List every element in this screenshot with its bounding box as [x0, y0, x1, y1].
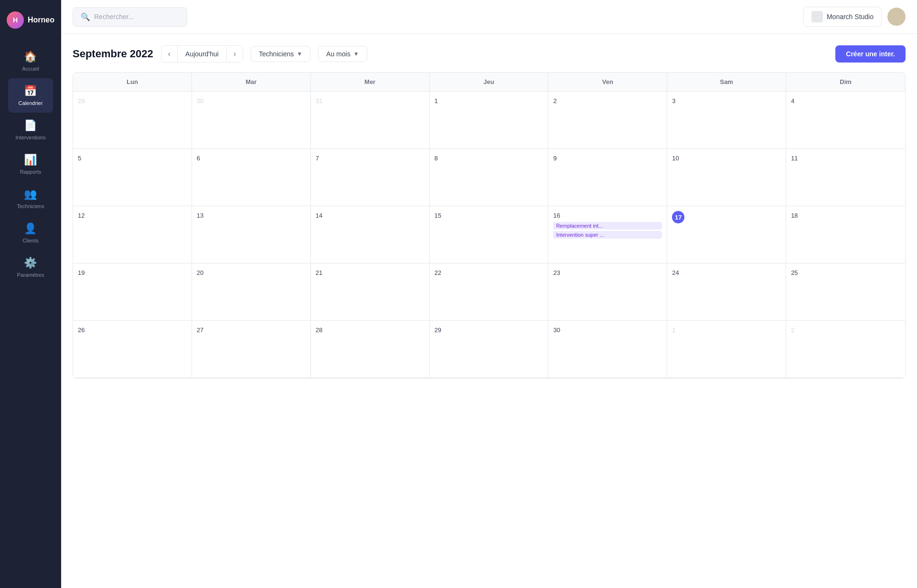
day-number: 10 [672, 155, 679, 162]
calendar-cell-w2d3[interactable]: 15 [430, 206, 549, 263]
prev-button[interactable]: ‹ [161, 46, 177, 62]
create-intervention-button[interactable]: Créer une inter. [835, 45, 906, 63]
calendar-cell-w1d0[interactable]: 5 [73, 149, 192, 206]
calendar-cell-w0d3[interactable]: 1 [430, 92, 549, 149]
rapports-label: Rapports [20, 169, 42, 175]
day-number: 2 [791, 326, 794, 334]
day-number: 20 [197, 269, 203, 276]
sidebar-item-interventions[interactable]: 📄 Interventions [8, 113, 53, 147]
interventions-label: Interventions [16, 135, 46, 140]
view-selector[interactable]: Au mois ▼ [318, 46, 367, 62]
sidebar-item-accueil[interactable]: 🏠 Accueil [8, 44, 53, 78]
calendar-cell-w3d1[interactable]: 20 [192, 263, 311, 321]
day-number: 11 [791, 155, 798, 162]
search-input[interactable]: Rechercher... [94, 13, 134, 21]
calendar-cell-w4d0[interactable]: 26 [73, 321, 192, 378]
day-number: 13 [197, 212, 203, 219]
accueil-icon: 🏠 [24, 51, 37, 63]
calendar-cell-w1d2[interactable]: 7 [311, 149, 430, 206]
calendar-cell-w1d3[interactable]: 8 [430, 149, 549, 206]
day-number: 29 [78, 97, 85, 105]
day-number: 18 [791, 212, 798, 219]
calendar-cell-w0d4[interactable]: 2 [548, 92, 667, 149]
clients-label: Clients [22, 238, 39, 243]
calendar-cell-w2d1[interactable]: 13 [192, 206, 311, 263]
day-number: 3 [672, 97, 675, 105]
calendar-cell-w1d1[interactable]: 6 [192, 149, 311, 206]
calendar-cell-w3d3[interactable]: 22 [430, 263, 549, 321]
sidebar-item-parametres[interactable]: ⚙️ Paramètres [8, 250, 53, 284]
calendar-cell-w4d5[interactable]: 1 [667, 321, 786, 378]
day-header-mer: Mer [311, 73, 430, 92]
calendar-cell-w0d0[interactable]: 29 [73, 92, 192, 149]
accueil-label: Accueil [22, 66, 39, 72]
calendar-cell-w3d0[interactable]: 19 [73, 263, 192, 321]
sidebar-item-rapports[interactable]: 📊 Rapports [8, 147, 53, 181]
day-number: 1 [435, 97, 438, 105]
day-number: 7 [316, 155, 319, 162]
calendar-cell-w3d5[interactable]: 24 [667, 263, 786, 321]
calendar-title: Septembre 2022 [73, 48, 153, 60]
day-number: 14 [316, 212, 322, 219]
calendar-cell-w1d5[interactable]: 10 [667, 149, 786, 206]
calendar-area: Septembre 2022 ‹ Aujourd'hui › Technicie… [61, 34, 917, 588]
sidebar-item-calendrier[interactable]: 📅 Calendrier [8, 78, 53, 113]
day-number: 25 [791, 269, 798, 276]
sidebar-item-clients[interactable]: 👤 Clients [8, 216, 53, 250]
calendar-body: 29303112345678910111213141516Remplacemen… [73, 92, 905, 378]
interventions-icon: 📄 [24, 119, 37, 132]
next-button[interactable]: › [227, 46, 243, 62]
day-header-sam: Sam [667, 73, 786, 92]
calendar-cell-w0d2[interactable]: 31 [311, 92, 430, 149]
calendar-cell-w2d4[interactable]: 16Remplacement int...Intervention super … [548, 206, 667, 263]
calendar-cell-w2d0[interactable]: 12 [73, 206, 192, 263]
techniciens-label: Techniciens [17, 203, 44, 209]
parametres-icon: ⚙️ [24, 257, 37, 269]
calendar-cell-w2d5[interactable]: 17 [667, 206, 786, 263]
calendar-cell-w2d2[interactable]: 14 [311, 206, 430, 263]
calendar-event[interactable]: Intervention super ... [553, 231, 662, 239]
calendar-event[interactable]: Remplacement int... [553, 222, 662, 230]
calendrier-label: Calendrier [19, 100, 43, 106]
day-number: 29 [435, 326, 441, 334]
calendar-cell-w3d4[interactable]: 23 [548, 263, 667, 321]
calendar-cell-w0d1[interactable]: 30 [192, 92, 311, 149]
calendar-cell-w3d2[interactable]: 21 [311, 263, 430, 321]
calendar-cell-w4d3[interactable]: 29 [430, 321, 549, 378]
calendar-cell-w2d6[interactable]: 18 [786, 206, 905, 263]
calendar-cell-w4d1[interactable]: 27 [192, 321, 311, 378]
calendar-cell-w3d6[interactable]: 25 [786, 263, 905, 321]
logo-text: Horneo [28, 16, 54, 24]
rapports-icon: 📊 [24, 154, 37, 166]
search-icon: 🔍 [81, 12, 90, 21]
workspace-icon [811, 11, 823, 22]
calendar-cell-w0d5[interactable]: 3 [667, 92, 786, 149]
logo[interactable]: H Horneo [1, 8, 60, 32]
view-label: Au mois [326, 50, 351, 58]
day-number: 1 [672, 326, 675, 334]
day-number: 6 [197, 155, 200, 162]
search-bar[interactable]: 🔍 Rechercher... [73, 7, 187, 27]
workspace-button[interactable]: Monarch Studio [803, 7, 882, 27]
calendar-cell-w4d6[interactable]: 2 [786, 321, 905, 378]
calendar-cell-w0d6[interactable]: 4 [786, 92, 905, 149]
calendar-header: Septembre 2022 ‹ Aujourd'hui › Technicie… [73, 45, 906, 63]
day-number: 30 [197, 97, 203, 105]
calendar-cell-w1d4[interactable]: 9 [548, 149, 667, 206]
technicians-label: Techniciens [259, 50, 294, 58]
sidebar-item-techniciens[interactable]: 👥 Techniciens [8, 181, 53, 216]
day-number: 15 [435, 212, 441, 219]
clients-icon: 👤 [24, 222, 37, 235]
header: 🔍 Rechercher... Monarch Studio [61, 0, 917, 34]
day-number: 8 [435, 155, 438, 162]
day-number: 28 [316, 326, 322, 334]
day-header-dim: Dim [786, 73, 905, 92]
calendar-cell-w1d6[interactable]: 11 [786, 149, 905, 206]
today-button[interactable]: Aujourd'hui [177, 46, 227, 62]
calendar-cell-w4d2[interactable]: 28 [311, 321, 430, 378]
calendar-cell-w4d4[interactable]: 30 [548, 321, 667, 378]
logo-icon: H [7, 11, 24, 29]
technicians-filter[interactable]: Techniciens ▼ [251, 46, 310, 62]
day-number: 22 [435, 269, 441, 276]
avatar[interactable] [887, 8, 906, 26]
